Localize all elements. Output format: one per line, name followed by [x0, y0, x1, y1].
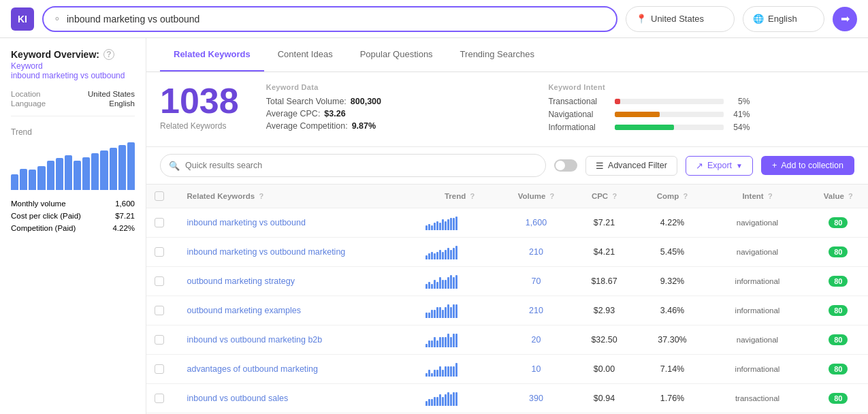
sidebar-title: Keyword Overview: ?	[11, 49, 135, 60]
intent-cell: navigational	[707, 238, 809, 267]
intent-cell: informational	[707, 267, 809, 296]
cpc-cell: $0.00	[570, 355, 639, 384]
intent-cell: navigational	[707, 208, 809, 238]
search-bar[interactable]: ⚬	[42, 6, 617, 32]
trend-title: Trend	[11, 127, 135, 137]
cpc-help-icon[interactable]: ?	[612, 192, 617, 200]
keyword-link[interactable]: inbound vs outbound sales	[187, 394, 289, 403]
main-search-input[interactable]	[67, 14, 607, 25]
row-checkbox[interactable]	[155, 394, 164, 403]
row-checkbox[interactable]	[155, 247, 164, 257]
cpc-cell: $7.21	[570, 208, 639, 238]
trend-mini-bars	[425, 332, 494, 347]
volume-cell: 1,600	[502, 208, 570, 238]
row-checkbox[interactable]	[155, 364, 164, 374]
go-button[interactable]: ➡	[833, 7, 857, 31]
table-row: inbound marketing vs outbound 1,600 $7.2…	[146, 208, 868, 238]
keyword-link[interactable]: outbound marketing strategy	[187, 276, 295, 286]
export-icon: ↗	[696, 161, 703, 171]
location-selector[interactable]: 📍 United States	[626, 6, 735, 32]
sidebar: Keyword Overview: ? Keyword inbound mark…	[0, 38, 146, 414]
trend-mini-bars	[425, 303, 494, 318]
keyword-link[interactable]: advantages of outbound marketing	[187, 364, 319, 374]
table-row: inbound vs outbound marketing b2b 20 $32…	[146, 325, 868, 355]
sidebar-info: Location United States Language English	[11, 90, 135, 116]
trend-help-icon[interactable]: ?	[470, 192, 475, 200]
cpc-cell: $0.94	[570, 384, 639, 413]
tabs: Related KeywordsContent IdeasPopular Que…	[146, 38, 868, 72]
export-button[interactable]: ↗ Export ▼	[686, 156, 753, 176]
table-row: outbound marketing examples 210 $2.93 3.…	[146, 296, 868, 325]
main-layout: Keyword Overview: ? Keyword inbound mark…	[0, 38, 868, 414]
select-all-checkbox[interactable]	[155, 191, 164, 201]
cpc-cell: $32.50	[570, 325, 639, 355]
trend-chart	[11, 142, 135, 190]
trend-mini-bars	[425, 362, 494, 377]
add-to-collection-button[interactable]: + Add to collection	[761, 156, 854, 175]
intent-cell: informational	[707, 296, 809, 325]
filter-bar: 🔍 ☰ Advanced Filter ↗ Export ▼ + Add to …	[146, 147, 868, 185]
search-icon: ⚬	[53, 14, 61, 25]
tab-related[interactable]: Related Keywords	[160, 38, 264, 71]
col-header-keyword: Related Keywords ?	[179, 185, 417, 208]
row-checkbox[interactable]	[155, 306, 164, 315]
cpc-cell: $4.21	[570, 238, 639, 267]
keyword-link[interactable]: outbound marketing examples	[187, 306, 301, 315]
row-checkbox[interactable]	[155, 276, 164, 286]
search-filter-icon: 🔍	[169, 161, 180, 171]
location-icon: 📍	[636, 14, 647, 24]
trend-mini-bars	[425, 274, 494, 289]
stats-panel: 1038 Related Keywords Keyword Data Total…	[146, 72, 868, 147]
row-checkbox[interactable]	[155, 218, 164, 227]
cpc-cell: $18.67	[570, 267, 639, 296]
volume-help-icon[interactable]: ?	[550, 192, 555, 200]
comp-cell: 9.32%	[639, 267, 707, 296]
row-checkbox[interactable]	[155, 335, 164, 345]
cpc-cell: $2.93	[570, 296, 639, 325]
keyword-link[interactable]: inbound vs outbound marketing b2b	[187, 335, 323, 345]
comp-help-icon[interactable]: ?	[684, 192, 688, 200]
topbar: KI ⚬ 📍 United States 🌐 English ➡	[0, 0, 868, 38]
value-cell: 80	[809, 238, 869, 267]
col-header-cpc: CPC ?	[570, 185, 639, 208]
toggle-wrap	[554, 159, 577, 172]
tab-questions[interactable]: Popular Questions	[347, 38, 447, 71]
quick-search-input[interactable]	[185, 161, 537, 170]
col-header-trend: Trend ?	[417, 185, 502, 208]
tab-content[interactable]: Content Ideas	[264, 38, 347, 71]
keywords-table-wrap: Related Keywords ? Trend ? Volume ? CPC …	[146, 185, 868, 414]
keyword-count: 1038 Related Keywords	[160, 83, 239, 136]
advanced-filter-button[interactable]: ☰ Advanced Filter	[585, 156, 677, 176]
volume-cell: 10	[502, 355, 570, 384]
value-cell: 80	[809, 384, 869, 413]
intent-row-transactional: Transactional 5%	[548, 97, 854, 106]
intent-panel: Keyword Intent Transactional 5% Navigati…	[548, 83, 854, 136]
intent-row-navigational: Navigational 41%	[548, 110, 854, 119]
tab-trending[interactable]: Trending Searches	[447, 38, 548, 71]
intent-cell: transactional	[707, 384, 809, 413]
quick-search[interactable]: 🔍	[160, 154, 546, 177]
filter-icon: ☰	[596, 161, 604, 171]
keyword-help-icon[interactable]: ?	[259, 192, 263, 200]
intent-cell: informational	[707, 355, 809, 384]
keyword-link[interactable]: inbound marketing vs outbound	[187, 218, 306, 227]
language-selector[interactable]: 🌐 English	[743, 6, 824, 32]
add-icon: +	[772, 161, 777, 170]
trend-mini-bars	[425, 244, 494, 259]
value-cell: 80	[809, 355, 869, 384]
intent-help-icon[interactable]: ?	[768, 192, 773, 200]
sidebar-keyword: Keyword inbound marketing vs outbound	[11, 61, 135, 80]
toggle-switch[interactable]	[554, 159, 577, 172]
export-chevron-icon: ▼	[736, 162, 743, 170]
lang-value: English	[768, 14, 797, 24]
value-cell: 80	[809, 325, 869, 355]
keyword-data: Keyword Data Total Search Volume: 800,30…	[266, 83, 521, 136]
trend-mini-bars	[425, 391, 494, 406]
help-icon[interactable]: ?	[103, 49, 114, 60]
location-value: United States	[651, 14, 704, 24]
keyword-link[interactable]: inbound marketing vs outbound marketing	[187, 247, 346, 257]
logo: KI	[11, 7, 34, 31]
comp-cell: 5.45%	[639, 238, 707, 267]
table-row: inbound marketing vs outbound marketing …	[146, 238, 868, 267]
value-help-icon[interactable]: ?	[848, 192, 853, 200]
